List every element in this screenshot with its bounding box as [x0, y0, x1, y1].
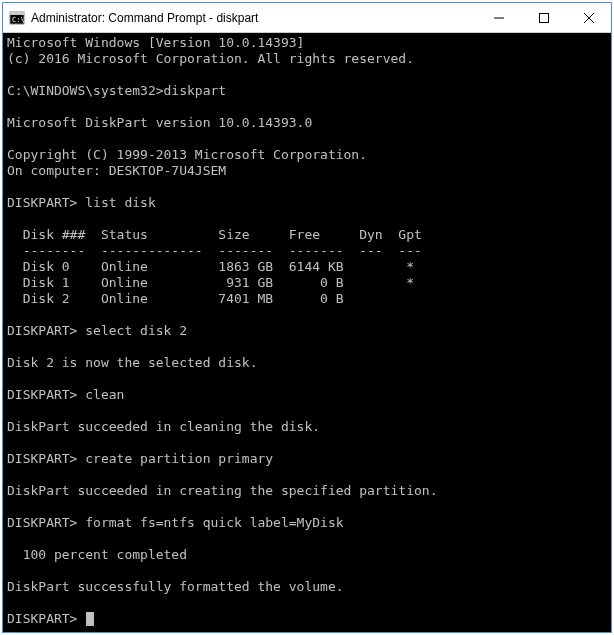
- text-cursor: [86, 612, 94, 626]
- cmd-clean: clean: [85, 387, 124, 402]
- window-controls: [476, 3, 611, 32]
- svg-rect-4: [539, 13, 548, 22]
- terminal-output[interactable]: Microsoft Windows [Version 10.0.14393] (…: [3, 33, 611, 632]
- diskpart-prompt: DISKPART>: [7, 387, 77, 402]
- cmd-format: format fs=ntfs quick label=MyDisk: [85, 515, 343, 530]
- os-header-line2: (c) 2016 Microsoft Corporation. All righ…: [7, 51, 414, 66]
- diskpart-computer: On computer: DESKTOP-7U4JSEM: [7, 163, 226, 178]
- msg-format-progress: 100 percent completed: [7, 547, 187, 562]
- os-header-line1: Microsoft Windows [Version 10.0.14393]: [7, 35, 304, 50]
- close-button[interactable]: [566, 3, 611, 32]
- msg-format-success: DiskPart successfully formatted the volu…: [7, 579, 344, 594]
- svg-text:C:\: C:\: [12, 16, 25, 24]
- table-row: Disk 2 Online 7401 MB 0 B: [7, 291, 344, 306]
- diskpart-prompt: DISKPART>: [7, 515, 77, 530]
- disk-table-header: Disk ### Status Size Free Dyn Gpt: [7, 227, 422, 242]
- command-prompt-window: C:\ Administrator: Command Prompt - disk…: [2, 2, 612, 633]
- table-row: Disk 1 Online 931 GB 0 B *: [7, 275, 414, 290]
- titlebar[interactable]: C:\ Administrator: Command Prompt - disk…: [3, 3, 611, 33]
- table-row: Disk 0 Online 1863 GB 6144 KB *: [7, 259, 414, 274]
- cmd-icon: C:\: [9, 10, 25, 26]
- diskpart-version: Microsoft DiskPart version 10.0.14393.0: [7, 115, 312, 130]
- cmd-create-partition: create partition primary: [85, 451, 273, 466]
- maximize-button[interactable]: [521, 3, 566, 32]
- diskpart-prompt: DISKPART>: [7, 195, 77, 210]
- diskpart-prompt: DISKPART>: [7, 323, 77, 338]
- diskpart-copyright: Copyright (C) 1999-2013 Microsoft Corpor…: [7, 147, 367, 162]
- window-title: Administrator: Command Prompt - diskpart: [31, 11, 476, 25]
- msg-disk-selected: Disk 2 is now the selected disk.: [7, 355, 257, 370]
- cmd-list-disk: list disk: [85, 195, 155, 210]
- msg-create-success: DiskPart succeeded in creating the speci…: [7, 483, 437, 498]
- diskpart-prompt: DISKPART>: [7, 451, 77, 466]
- svg-rect-1: [10, 12, 24, 15]
- cmd-select-disk: select disk 2: [85, 323, 187, 338]
- cmd-diskpart: diskpart: [164, 83, 227, 98]
- msg-clean-success: DiskPart succeeded in cleaning the disk.: [7, 419, 320, 434]
- shell-prompt: C:\WINDOWS\system32>: [7, 83, 164, 98]
- disk-table-divider: -------- ------------- ------- ------- -…: [7, 243, 422, 258]
- diskpart-prompt: DISKPART>: [7, 611, 77, 626]
- minimize-button[interactable]: [476, 3, 521, 32]
